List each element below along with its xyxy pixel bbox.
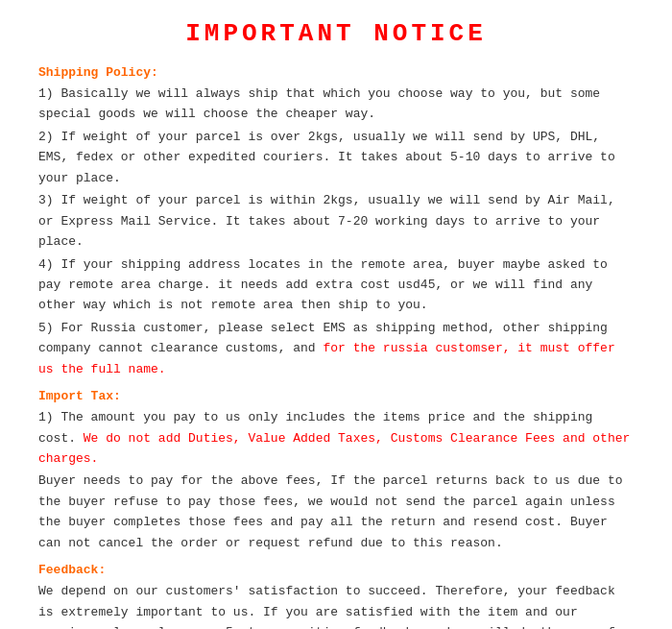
shipping-item-5: 5) For Russia customer, please select EM… [38, 318, 634, 379]
shipping-policy-section: Shipping Policy: 1) Basically we will al… [38, 65, 634, 379]
page-container: IMPORTANT NOTICE Shipping Policy: 1) Bas… [0, 0, 672, 629]
shipping-policy-heading: Shipping Policy: [38, 65, 634, 80]
shipping-item-3: 3) If weight of your parcel is within 2k… [38, 190, 634, 252]
import-tax-item-2: Buyer needs to pay for the above fees, I… [38, 471, 634, 553]
feedback-text: We depend on our customers' satisfaction… [38, 581, 634, 629]
duties-highlight: We do not add Duties, Value Added Taxes,… [38, 431, 630, 466]
feedback-section: Feedback: We depend on our customers' sa… [38, 563, 634, 629]
shipping-item-1: 1) Basically we will always ship that wh… [38, 84, 634, 125]
page-title: IMPORTANT NOTICE [38, 19, 634, 48]
import-tax-section: Import Tax: 1) The amount you pay to us … [38, 389, 634, 553]
shipping-item-2: 2) If weight of your parcel is over 2kgs… [38, 127, 634, 188]
russia-highlight: for the russia customser, it must offer … [38, 341, 615, 375]
feedback-heading: Feedback: [38, 563, 634, 577]
import-tax-item-1: 1) The amount you pay to us only include… [38, 407, 634, 469]
shipping-item-4: 4) If your shipping address locates in t… [38, 254, 634, 316]
import-tax-heading: Import Tax: [38, 389, 634, 403]
